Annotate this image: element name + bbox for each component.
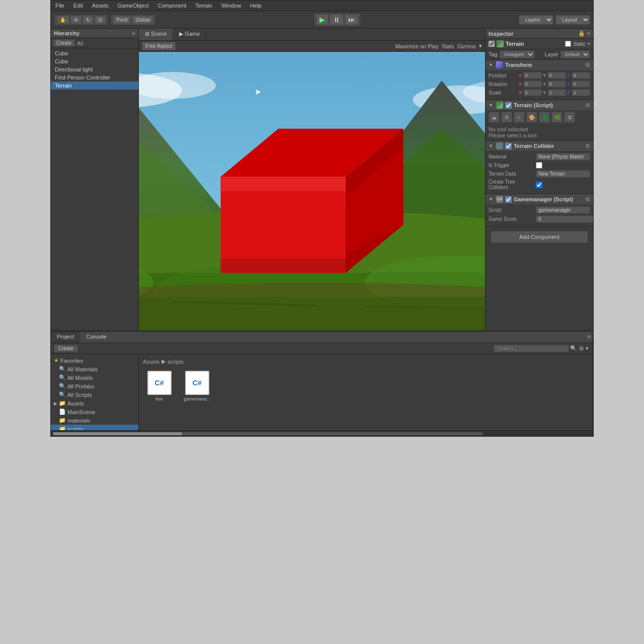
rot-y-input[interactable] xyxy=(547,80,566,88)
static-dropdown-arrow[interactable]: ▾ xyxy=(588,41,590,46)
terrain-collider-header[interactable]: ▼ Terrain Collider ⚙ xyxy=(486,141,593,151)
menu-terrain[interactable]: Terrain xyxy=(194,2,214,9)
scale-tool-btn[interactable]: ⊡ xyxy=(95,16,106,24)
pivot-btn[interactable]: Pivot xyxy=(113,16,131,24)
tree-assets[interactable]: ▶ 📁 Assets xyxy=(51,399,138,408)
gamemanager-settings-icon[interactable]: ⚙ xyxy=(585,196,590,203)
assets-expand-icon[interactable]: ▶ xyxy=(54,401,57,406)
rotate-tool-btn[interactable]: ↻ xyxy=(83,16,94,24)
layers-dropdown[interactable]: Layers xyxy=(519,15,553,25)
project-tab[interactable]: Project xyxy=(51,332,80,343)
layout-dropdown[interactable]: Layout xyxy=(555,15,590,25)
scale-y-input[interactable] xyxy=(547,89,566,96)
gamemanager-header[interactable]: ▼ C# Gamemanager (Script) ⚙ xyxy=(486,194,593,204)
rot-z-input[interactable] xyxy=(572,80,590,88)
terrain-script-active[interactable] xyxy=(505,102,512,109)
terrain-tool-settings[interactable]: ⚙ xyxy=(564,112,575,123)
tree-main-scene[interactable]: 📄 MainScene xyxy=(51,408,138,416)
hierarchy-item-cube1[interactable]: Cube xyxy=(51,49,138,57)
scroll-thumb[interactable] xyxy=(53,432,182,435)
obj-active-checkbox[interactable] xyxy=(489,41,495,47)
terrain-collider-settings-icon[interactable]: ⚙ xyxy=(585,143,590,149)
menu-assets[interactable]: Assets xyxy=(91,2,110,9)
tag-dropdown[interactable]: Untagged xyxy=(500,50,535,58)
terrain-tool-raise[interactable]: ⛰ xyxy=(489,112,500,123)
scene-menu-icon[interactable]: ▾ xyxy=(479,43,482,49)
transform-collapse-arrow[interactable]: ▼ xyxy=(489,62,493,67)
asset-gamemanager-script[interactable]: C# gamemana... xyxy=(181,369,213,404)
breadcrumb-assets[interactable]: Assets xyxy=(143,359,159,365)
terrain-tool-smooth[interactable]: ≈ xyxy=(514,112,525,123)
global-btn[interactable]: Global xyxy=(132,16,153,24)
rot-x-input[interactable] xyxy=(523,80,542,88)
gamemanager-active[interactable] xyxy=(505,196,512,203)
terrain-script-header[interactable]: ▼ Terrain (Script) ⚙ xyxy=(486,100,593,110)
tree-all-models[interactable]: 🔍 All Models xyxy=(51,373,138,382)
stats-btn[interactable]: Stats xyxy=(442,43,454,49)
menu-window[interactable]: Window xyxy=(220,2,243,9)
hierarchy-all-filter[interactable]: All xyxy=(77,40,83,46)
hierarchy-item-terrain[interactable]: Terrain xyxy=(51,82,138,90)
breadcrumb-scripts[interactable]: scripts xyxy=(168,359,184,365)
transform-header[interactable]: ▼ Transform ⚙ xyxy=(486,60,593,70)
project-panel-menu[interactable]: ≡ xyxy=(586,332,593,343)
terrain-tool-paint-height[interactable]: ⟰ xyxy=(501,112,512,123)
transform-settings-icon[interactable]: ⚙ xyxy=(585,62,590,68)
gamemanager-collapse[interactable]: ▼ xyxy=(489,197,493,202)
tree-all-materials[interactable]: 🔍 All Materials xyxy=(51,365,138,373)
menu-file[interactable]: File xyxy=(54,2,66,9)
add-component-btn[interactable]: Add Component xyxy=(491,231,588,243)
hierarchy-item-fps-controller[interactable]: First Person Controller xyxy=(51,73,138,82)
search-icon[interactable]: 🔍 xyxy=(569,344,578,353)
terrain-tool-details[interactable]: 🌿 xyxy=(551,112,562,123)
tree-scripts[interactable]: 📁 scripts xyxy=(51,425,138,430)
menu-help[interactable]: Help xyxy=(249,2,263,9)
tree-favorites[interactable]: ★ Favorites xyxy=(51,356,138,365)
tree-all-scripts[interactable]: 🔍 All Scripts xyxy=(51,390,138,399)
console-tab[interactable]: Console xyxy=(80,332,112,343)
pause-btn[interactable]: ⏸ xyxy=(330,14,344,25)
menu-edit[interactable]: Edit xyxy=(72,2,85,9)
menu-component[interactable]: Component xyxy=(156,2,188,9)
scene-tab[interactable]: ⊞ Scene xyxy=(139,29,173,40)
project-search-input[interactable] xyxy=(494,345,569,352)
hierarchy-item-cube2[interactable]: Cube xyxy=(51,57,138,65)
terrain-tool-paint-texture[interactable]: 🎨 xyxy=(526,112,537,123)
hierarchy-item-directional-light[interactable]: Directional light xyxy=(51,65,138,73)
project-filter-icon[interactable]: ▾ xyxy=(585,344,590,353)
hierarchy-create-btn[interactable]: Create xyxy=(53,39,75,47)
hierarchy-lock-icon[interactable]: ≡ xyxy=(132,30,135,36)
game-tab[interactable]: ▶ Game xyxy=(173,29,206,40)
project-sort-icon[interactable]: ⊞ xyxy=(578,344,585,353)
terrain-script-settings-icon[interactable]: ⚙ xyxy=(585,102,590,109)
asset-box-script[interactable]: C# box xyxy=(143,369,176,404)
terrain-collider-collapse[interactable]: ▼ xyxy=(489,143,493,148)
layer-dropdown[interactable]: Default xyxy=(560,50,590,58)
hand-tool-btn[interactable]: ✋ xyxy=(56,16,69,24)
maximize-on-play-btn[interactable]: Maximize on Play xyxy=(395,43,438,49)
move-tool-btn[interactable]: ✛ xyxy=(70,16,82,24)
inspector-menu-icon[interactable]: ≡ xyxy=(587,30,590,37)
pos-y-input[interactable] xyxy=(547,72,566,79)
step-btn[interactable]: ⏭ xyxy=(345,14,359,25)
project-create-btn[interactable]: Create xyxy=(54,345,78,352)
menu-gameobject[interactable]: GameObject xyxy=(116,2,150,9)
game-score-input[interactable] xyxy=(536,215,593,223)
create-tree-checkbox[interactable] xyxy=(536,182,542,188)
static-checkbox[interactable] xyxy=(565,41,571,47)
pos-x-input[interactable] xyxy=(523,72,542,79)
is-trigger-checkbox[interactable] xyxy=(536,162,542,169)
scale-x-input[interactable] xyxy=(523,89,542,96)
scale-z-input[interactable] xyxy=(572,89,590,96)
terrain-tool-trees[interactable]: 🌲 xyxy=(539,112,550,123)
inspector-lock-icon[interactable]: 🔒 xyxy=(578,30,585,37)
tree-materials[interactable]: 📁 materials xyxy=(51,416,138,425)
play-btn[interactable]: ▶ xyxy=(316,14,329,25)
gizmos-btn[interactable]: Gizmos xyxy=(457,43,476,49)
tree-all-prefabs[interactable]: 🔍 All Prefabs xyxy=(51,382,138,390)
free-aspect-btn[interactable]: Free Aspect xyxy=(142,42,176,50)
terrain-script-collapse[interactable]: ▼ xyxy=(489,103,493,108)
transform-body: Position X Y Z xyxy=(486,70,593,100)
terrain-collider-active[interactable] xyxy=(505,143,512,149)
pos-z-input[interactable] xyxy=(572,72,590,79)
